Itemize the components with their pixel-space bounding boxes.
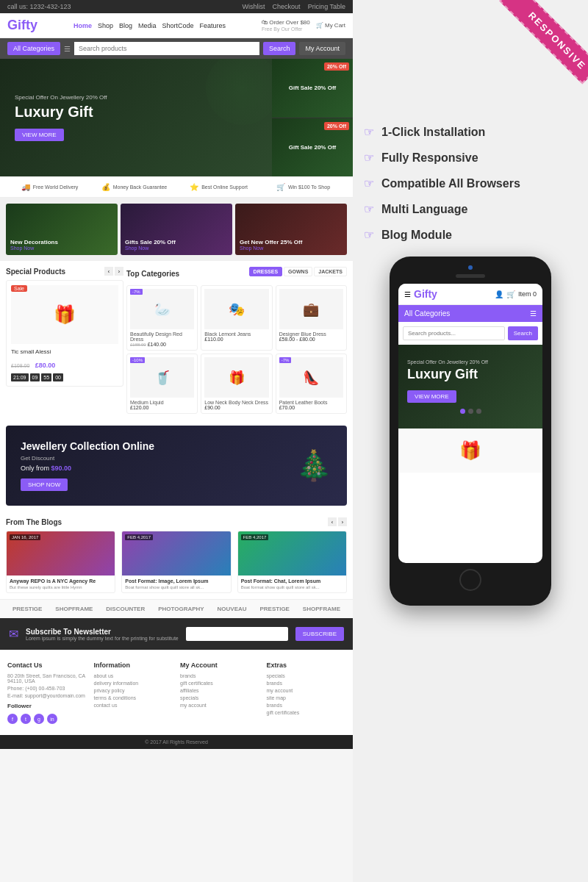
phone-search-button[interactable]: Search (508, 326, 538, 340)
feature-item-4: ☞ Blog Module (364, 228, 577, 242)
blog-card-1[interactable]: FEB 4,2017 Post Format: Image, Lorem Ips… (121, 531, 231, 593)
footer-extras-1[interactable]: brands (267, 681, 346, 686)
pricing-link[interactable]: Pricing Table (308, 3, 345, 10)
tab-gowns[interactable]: GOWNS (284, 267, 312, 276)
footer-account-2[interactable]: affiliates (180, 688, 259, 693)
feature-label-4: Blog Module (381, 229, 452, 242)
subscribe-button[interactable]: SUBSCRIBE (295, 627, 344, 641)
footer-extras-5[interactable]: gift certificates (267, 710, 346, 715)
top-categories-label: Top Categories (126, 270, 179, 278)
footer-account-4[interactable]: my account (180, 703, 259, 708)
banner-new-decorations[interactable]: New Decorations Shop Now (6, 204, 118, 255)
all-categories-button[interactable]: All Categories (7, 42, 60, 55)
next-arrow[interactable]: › (115, 267, 123, 276)
right-panel: RESPONSIVE ☞ 1-Click Installation ☞ Full… (353, 0, 588, 882)
phone-home-button[interactable] (459, 569, 481, 591)
blog-next-arrow[interactable]: › (338, 517, 347, 526)
blog-card-2[interactable]: FEB 4,2017 Post Format: Chat, Lorem Ipsu… (237, 531, 347, 593)
footer-account-0[interactable]: brands (180, 673, 259, 678)
hero-cta-button[interactable]: VIEW MORE (15, 129, 64, 141)
phone-hero: Special Offer On Jewellery 20% Off Luxur… (398, 345, 542, 429)
phone-cart-icon: 🛒 (506, 290, 515, 298)
cat-item-3[interactable]: -10% 🥤 Medium Liquid £120.00 (126, 354, 198, 414)
header-icons: 🛍 Order Over $80 Free By Our Offer 🛒 My … (262, 19, 345, 32)
blog-img-2: FEB 4,2017 (238, 531, 346, 576)
footer-phone: Phone: (+00) 00-458-703 (7, 686, 87, 691)
footer-info-1[interactable]: delivery information (94, 681, 173, 686)
social-facebook[interactable]: f (7, 714, 18, 724)
checkout-link[interactable]: Checkout (273, 3, 301, 10)
special-products-panel: Special Products ‹ › Sale 🎁 Tic small Al… (6, 267, 123, 414)
banner-1-shop-now[interactable]: Shop Now (10, 245, 58, 251)
delivery-label: Free World Delivery (33, 184, 79, 190)
social-gplus[interactable]: g (34, 714, 44, 724)
cat-item-0[interactable]: -7% 🦢 Beautifully Design Red Dress £188.… (126, 285, 198, 351)
partner-6: SHOPFRAME (303, 606, 340, 612)
cat-item-1[interactable]: 🎭 Black Lemont Jeans £110.00 (201, 285, 272, 351)
dot-2[interactable] (468, 409, 473, 414)
newsletter-title: Subscribe To Newsletter (26, 628, 179, 636)
nav-features[interactable]: Features (200, 22, 226, 29)
nav-shortcode[interactable]: ShortCode (162, 22, 193, 29)
jewellery-shop-button[interactable]: SHOP NOW (21, 478, 68, 491)
footer-info-4[interactable]: contact us (94, 703, 173, 708)
count-hours: 09 (30, 373, 40, 381)
nav-media[interactable]: Media (138, 22, 157, 29)
banner-new-offer[interactable]: Get New Offer 25% Off Shop Now (235, 204, 347, 255)
blog-prev-arrow[interactable]: ‹ (328, 517, 337, 526)
phone-mockup: ☰ Gifty 👤 🛒 Item 0 All Categories ☰ (390, 257, 551, 606)
cat-name-1: Black Lemont Jeans (204, 331, 268, 337)
footer-info-0[interactable]: about us (94, 673, 173, 678)
follower-title: Follower (7, 703, 87, 709)
footer-extras-0[interactable]: specials (267, 673, 346, 678)
social-twitter[interactable]: t (21, 714, 31, 724)
footer-extras-3[interactable]: site map (267, 695, 346, 700)
footer-account-3[interactable]: specials (180, 695, 259, 700)
menu-icon: ☰ (64, 45, 71, 53)
feature-delivery: 🚚 Free World Delivery (7, 183, 92, 191)
feature-label-2: Compatible All Browsers (381, 177, 520, 190)
special-products-title: Special Products ‹ › (6, 267, 123, 276)
responsive-badge: RESPONSIVE (485, 0, 588, 103)
phone-speaker (456, 274, 485, 278)
partner-4: NOUVEAU (218, 606, 247, 612)
feature-item-3: ☞ Multi Language (364, 202, 577, 216)
phone-search-input[interactable] (403, 326, 505, 340)
cat-item-2[interactable]: 💼 Designer Blue Dress £58.00 - £80.00 (276, 285, 347, 351)
search-button[interactable]: Search (263, 42, 296, 55)
cat-price-4: £90.00 (204, 405, 268, 410)
hero-section: Special Offer On Jewellery 20% Off Luxur… (0, 59, 353, 176)
category-tabs: DRESSES GOWNS JACKETS (249, 267, 347, 276)
phone-hero-button[interactable]: VIEW MORE (407, 390, 456, 403)
tab-jackets[interactable]: JACKETS (314, 267, 347, 276)
footer-account-1[interactable]: gift certificates (180, 681, 259, 686)
account-button[interactable]: My Account (299, 42, 345, 55)
prev-arrow[interactable]: ‹ (104, 267, 113, 276)
banner-2-shop-now[interactable]: Shop Now (125, 245, 176, 251)
logo: Gifty (7, 18, 37, 33)
dot-3[interactable] (476, 409, 481, 414)
nav-shop[interactable]: Shop (98, 22, 113, 29)
nav-home[interactable]: Home (74, 22, 92, 29)
dot-1[interactable] (460, 409, 465, 414)
delivery-icon: 🚚 (21, 183, 30, 191)
sale-tag: Sale (11, 285, 27, 292)
banner-gifts-sale[interactable]: Gifts Sale 20% Off Shop Now (121, 204, 232, 255)
cat-item-4[interactable]: 🎁 Low Neck Body Neck Dress £90.00 (201, 354, 272, 414)
footer-extras-2[interactable]: my account (267, 688, 346, 693)
footer-extras-4[interactable]: brands (267, 703, 346, 708)
jewellery-price: Only from $90.00 (21, 465, 154, 472)
search-input[interactable] (74, 42, 259, 55)
banner-3-shop-now[interactable]: Shop Now (240, 245, 302, 251)
cart-info[interactable]: 🛒 My Cart (316, 22, 345, 29)
blog-card-0[interactable]: JAN 16, 2017 Anyway REPO is A NYC Agency… (6, 531, 115, 593)
footer-info-3[interactable]: terms & conditions (94, 695, 173, 700)
social-linkedin[interactable]: in (47, 714, 57, 724)
footer-info-2[interactable]: privacy policy (94, 688, 173, 693)
newsletter-input[interactable] (186, 627, 288, 641)
wishlist-link[interactable]: Wishlist (243, 3, 265, 10)
tab-dresses[interactable]: DRESSES (249, 267, 282, 276)
nav-blog[interactable]: Blog (119, 22, 132, 29)
product-price: £80.00 (35, 362, 56, 369)
cat-item-5[interactable]: -7% 👠 Patent Leather Boots £70.00 (276, 354, 347, 414)
